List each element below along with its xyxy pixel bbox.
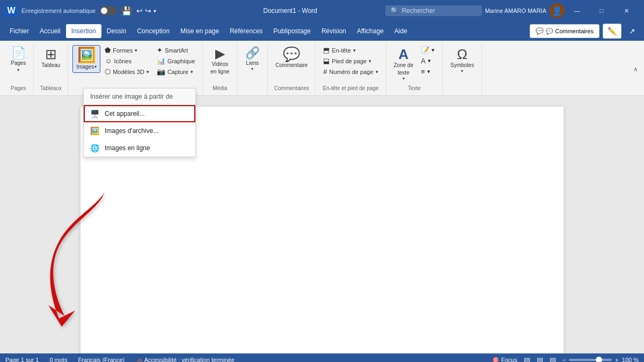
- ribbon-group-media: ▶ Vidéos en ligne Média: [203, 43, 237, 95]
- comments-label: 💬 Commentaires: [546, 28, 594, 35]
- appareil-icon: 🖥️: [90, 109, 99, 118]
- menu-affichage[interactable]: Affichage: [352, 24, 389, 38]
- search-input[interactable]: [402, 7, 477, 14]
- pied-de-page-button[interactable]: ⬓ Pied de page ▾: [320, 56, 381, 66]
- icones-button[interactable]: ☺ Icônes: [101, 56, 152, 66]
- word-count: 0 mots: [49, 357, 67, 362]
- avatar[interactable]: 👤: [550, 3, 565, 18]
- symboles-button[interactable]: Ω Symboles ▾: [447, 45, 477, 76]
- dropdown-btn[interactable]: ▾: [153, 8, 156, 14]
- search-bar[interactable]: 🔍: [385, 5, 482, 16]
- entete-button[interactable]: ⬒ En-tête ▾: [320, 45, 381, 55]
- maximize-button[interactable]: □: [589, 0, 614, 21]
- menu-aide[interactable]: Aide: [389, 24, 413, 38]
- window-controls: — □ ✕: [565, 0, 639, 21]
- smartart-button[interactable]: ✦ SmartArt: [153, 45, 198, 55]
- tableau-icon: ⊞: [45, 47, 57, 61]
- zoom-control[interactable]: − + 100 %: [562, 357, 639, 362]
- dropdown-item-archive[interactable]: 🖼️ Images d'archive...: [84, 122, 195, 139]
- menu-references[interactable]: Références: [224, 24, 268, 38]
- images-button[interactable]: 🖼️ Images ▾: [72, 45, 100, 73]
- pages-button[interactable]: 📄 Pages ▾: [8, 45, 29, 75]
- quick-parts-icon: 📝: [421, 46, 429, 54]
- menu-fichier[interactable]: Fichier: [4, 24, 34, 38]
- auto-save-label: Enregistrement automatique: [21, 8, 96, 14]
- menu-mise-en-page[interactable]: Mise en page: [175, 24, 224, 38]
- menu-bar: Fichier Accueil Insertion Dessin Concept…: [0, 21, 644, 41]
- user-area: 🔍 Marine AMARO MARIA 👤: [385, 3, 565, 18]
- menu-insertion[interactable]: Insertion: [66, 24, 101, 38]
- ribbon-group-tableaux: ⊞ Tableau Tableaux: [34, 43, 68, 95]
- dropdown-menu: Insérer une image à partir de 🖥️ Cet app…: [83, 88, 196, 157]
- zone-de-texte-icon: A: [398, 47, 408, 61]
- media-group-label: Média: [213, 85, 227, 93]
- lettrine-icon: ≡: [421, 68, 425, 76]
- archive-label: Images d'archive...: [105, 127, 158, 135]
- graphique-icon: 📊: [157, 57, 165, 65]
- quick-parts-button[interactable]: 📝 ▾: [418, 45, 438, 55]
- icones-icon: ☺: [105, 57, 112, 65]
- wordart-button[interactable]: A ▾: [418, 56, 438, 66]
- entete-group-label: En-tête et pied de page: [323, 85, 378, 93]
- commentaires-group-label: Commentaires: [274, 85, 309, 93]
- ribbon-group-entete: ⬒ En-tête ▾ ⬓ Pied de page ▾ # Numéro de…: [316, 43, 386, 95]
- formes-button[interactable]: ⬟ Formes ▾: [101, 45, 152, 55]
- share-button[interactable]: ↗: [625, 24, 640, 38]
- redo-btn[interactable]: ↪: [145, 6, 151, 15]
- ribbon-group-texte: A Zone de texte ▾ 📝 ▾ A ▾ ≡ ▾ T: [386, 43, 443, 95]
- dropdown-item-enligne[interactable]: 🌐 Images en ligne: [84, 139, 195, 157]
- layout-icon3[interactable]: ▤: [550, 356, 556, 363]
- accessibility-status[interactable]: 🦽 Accessibilité : vérification terminée: [135, 357, 235, 363]
- enligne-label: Images en ligne: [105, 144, 150, 152]
- menu-dessin[interactable]: Dessin: [101, 24, 132, 38]
- dropdown-item-appareil[interactable]: 🖥️ Cet appareil...: [84, 105, 195, 122]
- commentaire-icon: 💬: [283, 47, 300, 61]
- lettrine-button[interactable]: ≡ ▾: [418, 67, 438, 77]
- collapse-button[interactable]: ∧: [630, 64, 641, 75]
- menu-conception[interactable]: Conception: [131, 24, 175, 38]
- liens-button[interactable]: 🔗 Liens ▾: [241, 45, 263, 73]
- focus-btn[interactable]: 🎯 Focus: [492, 357, 517, 363]
- smartart-icon: ✦: [157, 46, 163, 54]
- graphique-button[interactable]: 📊 Graphique: [153, 56, 198, 66]
- auto-save-toggle[interactable]: [100, 6, 117, 15]
- layout-icon1[interactable]: ▤: [524, 356, 530, 363]
- ribbon-collapse: ∧: [630, 43, 641, 95]
- numero-page-icon: #: [323, 68, 327, 76]
- dropdown-title: Insérer une image à partir de: [84, 88, 195, 105]
- zoom-in-btn[interactable]: +: [615, 357, 618, 362]
- user-name: Marine AMARO MARIA: [485, 8, 546, 14]
- videos-button[interactable]: ▶ Vidéos en ligne: [207, 45, 232, 77]
- title-bar-left: W Enregistrement automatique 💾 ↩ ↪ ▾: [5, 5, 195, 17]
- status-bar: Page 1 sur 1 0 mots Français (France) 🦽 …: [0, 353, 644, 362]
- menu-accueil[interactable]: Accueil: [34, 24, 66, 38]
- comment-icon: 💬: [536, 27, 544, 35]
- search-icon: 🔍: [391, 7, 399, 14]
- save-icon[interactable]: 💾: [121, 6, 132, 16]
- minimize-button[interactable]: —: [565, 0, 589, 21]
- tableau-button[interactable]: ⊞ Tableau: [38, 45, 63, 71]
- undo-btn[interactable]: ↩: [136, 6, 143, 15]
- symboles-icon: Ω: [457, 47, 467, 61]
- menu-publipostage[interactable]: Publipostage: [268, 24, 316, 38]
- modeles3d-button[interactable]: ⬡ Modèles 3D ▾: [101, 67, 152, 77]
- share-icon: ↗: [629, 27, 635, 35]
- numero-page-button[interactable]: # Numéro de page ▾: [320, 67, 381, 77]
- zoom-thumb[interactable]: [596, 357, 602, 362]
- comments-button[interactable]: 💬 💬 Commentaires: [530, 24, 599, 38]
- zoom-out-btn[interactable]: −: [562, 357, 566, 362]
- zone-de-texte-button[interactable]: A Zone de texte ▾: [391, 45, 417, 83]
- ribbon-group-liens: 🔗 Liens ▾: [237, 43, 268, 95]
- pen-button[interactable]: ✏️: [603, 24, 621, 39]
- page-info: Page 1 sur 1: [5, 357, 39, 362]
- word-app-icon: W: [5, 5, 17, 17]
- ribbon-group-commentaires: 💬 Commentaire Commentaires: [268, 43, 316, 95]
- ribbon: 📄 Pages ▾ Pages ⊞ Tableau Tableaux 🖼️ Im…: [0, 41, 644, 96]
- layout-icon2[interactable]: ▤: [537, 356, 543, 363]
- menu-revision[interactable]: Révision: [316, 24, 352, 38]
- commentaire-button[interactable]: 💬 Commentaire: [272, 45, 311, 71]
- enligne-icon: 🌐: [90, 144, 99, 152]
- zoom-slider[interactable]: [569, 359, 612, 361]
- close-button[interactable]: ✕: [614, 0, 639, 21]
- capture-button[interactable]: 📷 Capture ▾: [153, 67, 198, 77]
